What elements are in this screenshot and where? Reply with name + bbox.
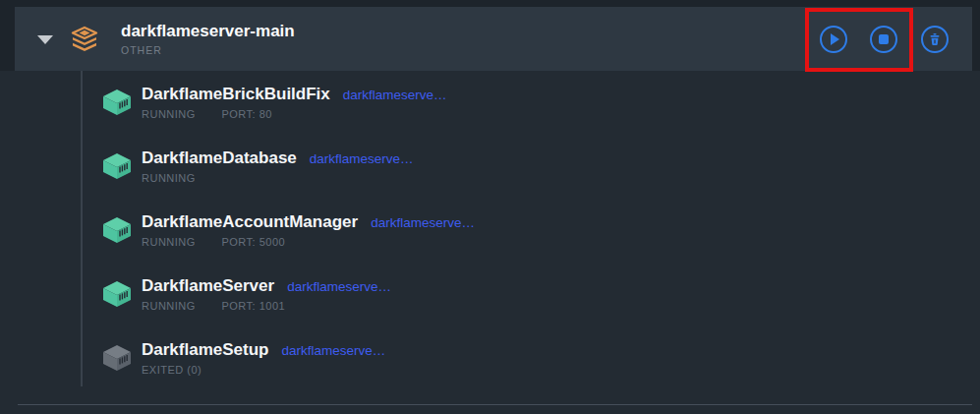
container-row-text: DarkflameServer darkflameserve… RUNNING … [142, 275, 391, 312]
container-port: PORT: 5000 [221, 236, 285, 248]
container-image-link[interactable]: darkflameserve… [310, 151, 414, 166]
container-row-text: DarkflameDatabase darkflameserve… RUNNIN… [142, 148, 414, 184]
container-status: RUNNING [142, 236, 196, 248]
stack-header[interactable]: darkflameserver-main OTHER [15, 7, 972, 71]
container-status-line: RUNNING PORT: 80 [142, 108, 447, 120]
container-status-line: RUNNING PORT: 1001 [142, 300, 391, 312]
play-icon [831, 33, 839, 45]
container-box-icon [102, 89, 132, 116]
collapse-arrow-icon[interactable] [37, 35, 53, 44]
container-row-text: DarkflameSetup darkflameserve… EXITED (0… [142, 339, 385, 376]
container-row[interactable]: DarkflameSetup darkflameserve… EXITED (0… [0, 339, 980, 403]
stack-name: darkflameserver-main [121, 22, 295, 41]
container-row[interactable]: DarkflameDatabase darkflameserve… RUNNIN… [0, 148, 980, 211]
container-row-text: DarkflameBrickBuildFix darkflameserve… R… [142, 84, 447, 120]
container-image-link[interactable]: darkflameserve… [343, 88, 447, 102]
container-status-line: RUNNING [142, 172, 414, 184]
page: { "colors": { "accent_blue": "#2e7ce8", … [0, 0, 980, 414]
trash-icon [926, 30, 944, 48]
container-row[interactable]: DarkflameAccountManager darkflameserve… … [0, 211, 980, 275]
container-box-icon [102, 216, 132, 244]
container-port: PORT: 1001 [221, 300, 285, 312]
container-name: DarkflameDatabase [142, 148, 297, 168]
stop-icon [879, 34, 889, 44]
container-status: RUNNING [142, 172, 196, 184]
stack-category: OTHER [121, 44, 295, 56]
container-status-line: RUNNING PORT: 5000 [142, 236, 475, 248]
container-box-icon [102, 280, 132, 308]
container-port: PORT: 80 [221, 108, 272, 120]
container-row[interactable]: DarkflameServer darkflameserve… RUNNING … [0, 275, 980, 339]
container-row-text: DarkflameAccountManager darkflameserve… … [142, 211, 475, 248]
stack-titles: darkflameserver-main OTHER [121, 22, 295, 56]
container-name: DarkflameSetup [142, 340, 268, 360]
container-box-icon [102, 152, 132, 180]
delete-stack-button[interactable] [921, 26, 949, 53]
container-list: DarkflameBrickBuildFix darkflameserve… R… [0, 84, 980, 403]
start-stack-button[interactable] [820, 26, 847, 53]
container-status-line: EXITED (0) [142, 364, 385, 376]
container-image-link[interactable]: darkflameserve… [281, 343, 385, 358]
stop-stack-button[interactable] [870, 26, 897, 53]
container-row[interactable]: DarkflameBrickBuildFix darkflameserve… R… [0, 84, 980, 148]
container-image-link[interactable]: darkflameserve… [287, 279, 391, 294]
container-status: RUNNING [142, 300, 196, 312]
container-name: DarkflameServer [142, 276, 274, 296]
divider [18, 404, 972, 405]
container-status: EXITED (0) [142, 364, 202, 376]
container-status: RUNNING [142, 108, 196, 120]
container-image-link[interactable]: darkflameserve… [371, 215, 475, 230]
container-name: DarkflameAccountManager [142, 212, 358, 232]
stack-layers-icon [70, 26, 99, 52]
container-box-icon [102, 344, 132, 372]
container-name: DarkflameBrickBuildFix [142, 85, 330, 104]
